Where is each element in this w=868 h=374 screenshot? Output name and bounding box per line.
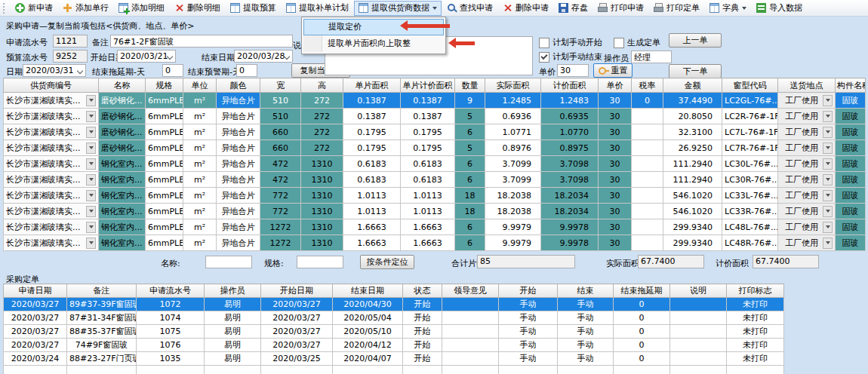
dropdown-arrow-icon[interactable]: [86, 222, 96, 233]
dictionary-button[interactable]: 字典: [705, 1, 751, 16]
cell-height[interactable]: 1310: [301, 235, 343, 251]
cell-width[interactable]: 472: [260, 156, 301, 172]
cell-unit[interactable]: m²: [183, 219, 217, 235]
dropdown-arrow-icon[interactable]: [86, 158, 96, 170]
cell-window_code[interactable]: LC33R-76#...: [722, 204, 778, 219]
locate-by-condition-button[interactable]: 按条件定位: [360, 255, 414, 269]
cell-qty[interactable]: 6: [455, 235, 485, 251]
cell-amount[interactable]: 546.1020: [663, 204, 722, 219]
cell-actual_area[interactable]: 0.6936: [485, 109, 541, 124]
col-remark[interactable]: 备注: [67, 284, 137, 298]
cell-status[interactable]: 开始: [403, 325, 442, 339]
cell-height[interactable]: 1310: [301, 219, 343, 235]
cell-unit[interactable]: m²: [183, 235, 217, 251]
cell-piece_area[interactable]: 0.6183: [343, 156, 401, 172]
cell-actual_area[interactable]: 9.9979: [485, 219, 541, 235]
col-note[interactable]: 说明: [670, 284, 727, 298]
cell-color[interactable]: 异地合片: [217, 188, 260, 204]
delay-days-field[interactable]: 0: [162, 64, 183, 77]
cell-leader_opinion[interactable]: [442, 325, 499, 339]
cell-status[interactable]: 开始: [403, 352, 442, 366]
delete-request-button[interactable]: 删除申请: [498, 1, 553, 16]
cell-amount[interactable]: 299.9340: [663, 235, 722, 251]
cell-delay[interactable]: 0: [614, 339, 670, 352]
manual-end-checkbox[interactable]: 计划手动结束: [539, 51, 602, 63]
dropdown-arrow-icon[interactable]: [86, 206, 96, 217]
cell-print_flag[interactable]: 未打印: [727, 352, 784, 366]
cell-delay[interactable]: 0: [614, 298, 670, 311]
cell-name[interactable]: 钢化室内...: [99, 156, 146, 172]
cell-width[interactable]: 772: [260, 188, 301, 204]
col-piece_area[interactable]: 单片面积: [343, 78, 401, 93]
cell-leader_opinion[interactable]: [442, 352, 499, 366]
cell-unit_price[interactable]: 30: [599, 124, 632, 140]
cell-start[interactable]: 手动: [499, 339, 558, 352]
cell-component[interactable]: 固玻: [836, 219, 866, 235]
cell-unit_price[interactable]: 30: [599, 172, 632, 188]
cell-piece_priced_area[interactable]: 1.6663: [401, 219, 455, 235]
cell-width[interactable]: 1272: [260, 219, 301, 235]
cell-unit[interactable]: m²: [183, 156, 217, 172]
delete-detail-button[interactable]: 删除明细: [170, 1, 225, 16]
cell-piece_priced_area[interactable]: 1.0113: [401, 204, 455, 219]
orders-grid[interactable]: 申请日期备注申请流水号操作员开始日期结束日期状态领导意见开始结束结束拖延期说明打…: [3, 284, 784, 374]
cell-end_date[interactable]: 2020/04/12: [333, 339, 403, 352]
cell-color[interactable]: 异地合片: [217, 93, 260, 109]
cell-end[interactable]: 手动: [558, 311, 614, 325]
cell-delivery[interactable]: 工厂使用: [778, 204, 836, 219]
dropdown-arrow-icon[interactable]: [86, 143, 96, 154]
cell-window_code[interactable]: LC30R-76#...: [722, 172, 778, 188]
dropdown-arrow-icon[interactable]: [823, 222, 833, 233]
cell-end_date[interactable]: 2020/04/07: [333, 352, 403, 366]
cell-priced_area[interactable]: 9.9978: [541, 219, 599, 235]
col-end_date[interactable]: 结束日期: [333, 284, 403, 298]
cell-qty[interactable]: 5: [455, 109, 485, 124]
cell-piece_area[interactable]: 0.1795: [343, 124, 401, 140]
cell-remark[interactable]: 87#31-34F窗固玻: [67, 311, 137, 325]
cell-supplier[interactable]: 长沙市潇湘玻璃实...: [4, 93, 99, 109]
cell-actual_area[interactable]: 0.8976: [485, 140, 541, 156]
add-detail-button[interactable]: 添加明细: [114, 1, 169, 16]
cell-priced_area[interactable]: 18.2034: [541, 188, 599, 204]
cell-serial[interactable]: 1072: [137, 298, 205, 311]
filter-name-input[interactable]: [205, 256, 252, 268]
cell-print_flag[interactable]: 未打印: [727, 339, 784, 352]
cell-qty[interactable]: 6: [455, 172, 485, 188]
cell-unit_price[interactable]: 30: [599, 140, 632, 156]
unit-price-field[interactable]: 30: [557, 64, 589, 77]
cell-supplier[interactable]: 长沙市潇湘玻璃实...: [4, 188, 99, 204]
cell-priced_area[interactable]: 0.8975: [541, 140, 599, 156]
cell-supplier[interactable]: 长沙市潇湘玻璃实...: [4, 172, 99, 188]
col-width[interactable]: 宽: [260, 78, 301, 93]
cell-height[interactable]: 272: [301, 93, 343, 109]
cell-priced_area[interactable]: 1.0770: [541, 124, 599, 140]
cell-component[interactable]: 固玻: [836, 93, 866, 109]
col-name[interactable]: 名称: [99, 78, 146, 93]
cell-spec[interactable]: 6mmPLE...: [146, 172, 183, 188]
cell-name[interactable]: 磨砂钢化...: [99, 124, 146, 140]
cell-actual_area[interactable]: 18.2038: [485, 204, 541, 219]
cell-actual_area[interactable]: 18.2038: [485, 188, 541, 204]
dropdown-arrow-icon[interactable]: [86, 190, 96, 201]
cell-supplier[interactable]: 长沙市潇湘玻璃实...: [4, 204, 99, 219]
cell-unit[interactable]: m²: [183, 140, 217, 156]
cell-tax_rate[interactable]: [632, 235, 663, 251]
cell-operator[interactable]: 易明: [205, 339, 261, 352]
cell-component[interactable]: 固玻: [836, 172, 866, 188]
cell-name[interactable]: 钢化室内...: [99, 204, 146, 219]
cell-width[interactable]: 510: [260, 93, 301, 109]
cell-tax_rate[interactable]: [632, 140, 663, 156]
cell-end[interactable]: 手动: [558, 352, 614, 366]
col-delay[interactable]: 结束拖延期: [614, 284, 670, 298]
extract-budget-button[interactable]: 提取预算: [226, 1, 281, 16]
cell-delivery[interactable]: 工厂使用: [778, 140, 836, 156]
cell-unit_price[interactable]: 30: [599, 156, 632, 172]
col-amount[interactable]: 金额: [663, 78, 722, 93]
col-end[interactable]: 结束: [558, 284, 614, 298]
serial-field[interactable]: 1121: [53, 35, 88, 48]
col-unit_price[interactable]: 单价: [599, 78, 632, 93]
cell-start_date[interactable]: 2020/03/27: [261, 298, 333, 311]
cell-piece_area[interactable]: 1.6663: [343, 219, 401, 235]
cell-tax_rate[interactable]: [632, 172, 663, 188]
cell-color[interactable]: 异地合片: [217, 219, 260, 235]
